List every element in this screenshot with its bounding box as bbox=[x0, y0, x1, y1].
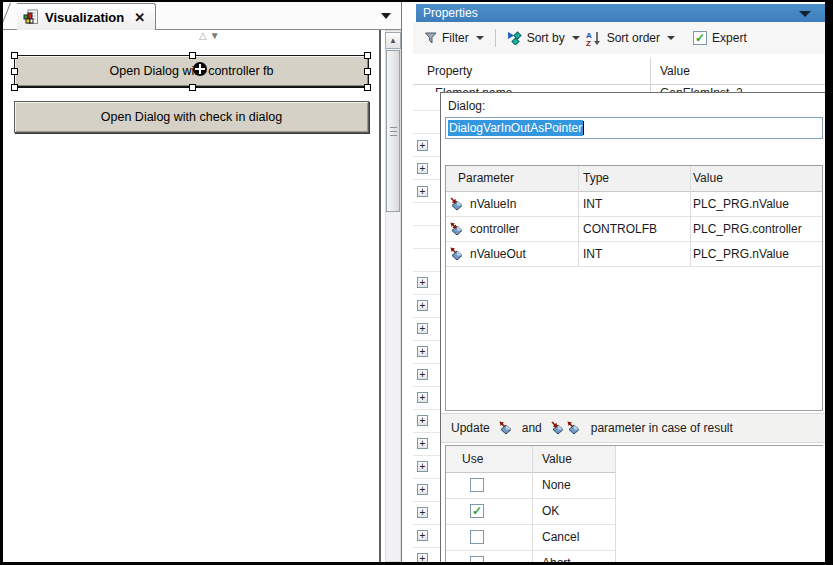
tab-close-icon[interactable]: ✕ bbox=[134, 10, 145, 25]
expert-checkbox[interactable]: ✓ bbox=[693, 31, 707, 45]
rail-separator bbox=[413, 386, 440, 387]
rail-separator bbox=[413, 501, 440, 502]
open-dialog-check-button[interactable]: Open Dialog with check in dialog bbox=[14, 101, 369, 133]
expand-plus-button[interactable]: + bbox=[417, 346, 428, 357]
expand-plus-button[interactable]: + bbox=[417, 484, 428, 495]
filter-button[interactable]: Filter bbox=[425, 31, 484, 45]
open-dialog-controller-button[interactable]: Open Dialog with controller fb bbox=[14, 55, 369, 87]
toolbar-separator bbox=[495, 29, 496, 47]
properties-title: Properties bbox=[423, 6, 478, 20]
sort-order-dropdown-icon[interactable] bbox=[667, 36, 675, 40]
tab-list-dropdown-icon[interactable] bbox=[381, 13, 391, 19]
value-column-header[interactable]: Value bbox=[660, 64, 690, 78]
scrollbar-thumb[interactable] bbox=[386, 50, 400, 212]
expand-plus-button[interactable]: + bbox=[417, 461, 428, 472]
expand-plus-button[interactable]: + bbox=[417, 392, 428, 403]
rail-separator bbox=[413, 156, 440, 157]
param-name: nValueIn bbox=[470, 197, 516, 211]
parameter-table: Parameter Type Value nValueIn INT PLC_PR… bbox=[445, 165, 823, 411]
splitter-arrows[interactable]: △▼ bbox=[199, 30, 223, 41]
result-text: parameter in case of result bbox=[591, 421, 733, 435]
expand-plus-button[interactable]: + bbox=[417, 323, 428, 334]
selection-handle[interactable] bbox=[11, 68, 18, 75]
rail-separator bbox=[413, 409, 440, 410]
rail-separator bbox=[413, 340, 440, 341]
result-value: Abort bbox=[542, 556, 571, 562]
property-grid-header: Property Value bbox=[413, 58, 825, 85]
panel-menu-dropdown-icon[interactable] bbox=[799, 11, 811, 17]
splitter-down-icon[interactable]: ▼ bbox=[210, 30, 223, 41]
dialog-config-popup: Dialog: DialogVarInOutAsPointer Paramete… bbox=[440, 92, 825, 562]
sort-order-label: Sort order bbox=[607, 31, 660, 45]
result-row[interactable]: None bbox=[446, 473, 615, 499]
scrollbar-up-button[interactable]: ▲ bbox=[385, 32, 401, 49]
result-row[interactable]: Cancel bbox=[446, 525, 615, 551]
param-inout-pair-icon bbox=[551, 421, 582, 435]
filter-icon bbox=[425, 32, 437, 44]
expand-plus-button[interactable]: + bbox=[417, 369, 428, 380]
parameter-header: Parameter bbox=[458, 171, 514, 185]
property-column-header[interactable]: Property bbox=[427, 64, 472, 78]
rail-separator bbox=[413, 363, 440, 364]
rail-separator bbox=[413, 455, 440, 456]
use-checkbox[interactable] bbox=[470, 530, 484, 544]
filter-dropdown-icon[interactable] bbox=[476, 36, 484, 40]
parameter-row[interactable]: nValueOut INT PLC_PRG.nValue bbox=[446, 242, 822, 267]
parameter-row[interactable]: nValueIn INT PLC_PRG.nValue bbox=[446, 192, 822, 217]
use-checkbox[interactable] bbox=[470, 478, 484, 492]
result-value: OK bbox=[542, 504, 559, 518]
use-header: Use bbox=[462, 452, 483, 466]
sort-order-button[interactable]: A Z Sort order bbox=[586, 31, 675, 46]
rail-separator bbox=[413, 248, 440, 249]
param-value: PLC_PRG.nValue bbox=[693, 197, 789, 211]
use-checkbox[interactable]: ✓ bbox=[470, 504, 484, 518]
rail-separator bbox=[413, 317, 440, 318]
dialog-name-input[interactable]: DialogVarInOutAsPointer bbox=[445, 117, 823, 139]
expand-plus-button[interactable]: + bbox=[417, 507, 428, 518]
use-checkbox[interactable] bbox=[470, 556, 484, 562]
expand-plus-button[interactable]: + bbox=[417, 530, 428, 541]
canvas-right-border bbox=[379, 30, 381, 562]
expand-plus-button[interactable]: + bbox=[417, 277, 428, 288]
expand-plus-button[interactable]: + bbox=[417, 140, 428, 151]
properties-panel: Properties Filter Sort by bbox=[413, 2, 825, 562]
param-name: controller bbox=[470, 222, 519, 236]
selection-handle[interactable] bbox=[364, 52, 371, 59]
visualization-editor-panel: Visualization ✕ △▼ Open Dialog with cont… bbox=[3, 2, 402, 562]
rail-separator bbox=[413, 110, 440, 111]
selection-handle[interactable] bbox=[364, 68, 371, 75]
rail-separator bbox=[413, 202, 440, 203]
result-table: Use Value None ✓ OK Cancel Abort bbox=[445, 445, 823, 562]
expand-plus-button[interactable]: + bbox=[417, 186, 428, 197]
splitter-up-icon[interactable]: △ bbox=[199, 30, 210, 41]
app-frame: Visualization ✕ △▼ Open Dialog with cont… bbox=[3, 2, 825, 562]
selection-handle[interactable] bbox=[11, 52, 18, 59]
selection-handle[interactable] bbox=[11, 84, 18, 91]
table-column-divider bbox=[532, 446, 533, 562]
expand-plus-button[interactable]: + bbox=[417, 438, 428, 449]
type-header: Type bbox=[583, 171, 609, 185]
selection-handle[interactable] bbox=[364, 84, 371, 91]
param-name: nValueOut bbox=[470, 247, 526, 261]
sort-order-az-icon: A Z bbox=[586, 31, 602, 46]
selection-handle[interactable] bbox=[189, 52, 196, 59]
scrollbar-grip bbox=[390, 135, 397, 136]
expand-plus-button[interactable]: + bbox=[417, 300, 428, 311]
selection-handle[interactable] bbox=[189, 84, 196, 91]
param-out-icon bbox=[450, 247, 464, 261]
svg-text:Z: Z bbox=[586, 39, 591, 46]
param-out-icon bbox=[499, 421, 513, 435]
sort-by-button[interactable]: Sort by bbox=[507, 31, 580, 45]
value-header: Value bbox=[542, 452, 572, 466]
expand-plus-button[interactable]: + bbox=[417, 553, 428, 562]
result-table-header: Use Value bbox=[446, 446, 615, 473]
result-row[interactable]: Abort bbox=[446, 551, 615, 562]
parameter-row[interactable]: controller CONTROLFB PLC_PRG.controller bbox=[446, 217, 822, 242]
expert-toggle[interactable]: ✓ Expert bbox=[693, 31, 747, 45]
result-row[interactable]: ✓ OK bbox=[446, 499, 615, 525]
table-column-divider bbox=[615, 446, 616, 562]
expand-plus-button[interactable]: + bbox=[417, 415, 428, 426]
tab-visualization[interactable]: Visualization ✕ bbox=[17, 3, 156, 30]
expand-plus-button[interactable]: + bbox=[417, 163, 428, 174]
sort-by-dropdown-icon[interactable] bbox=[572, 36, 580, 40]
